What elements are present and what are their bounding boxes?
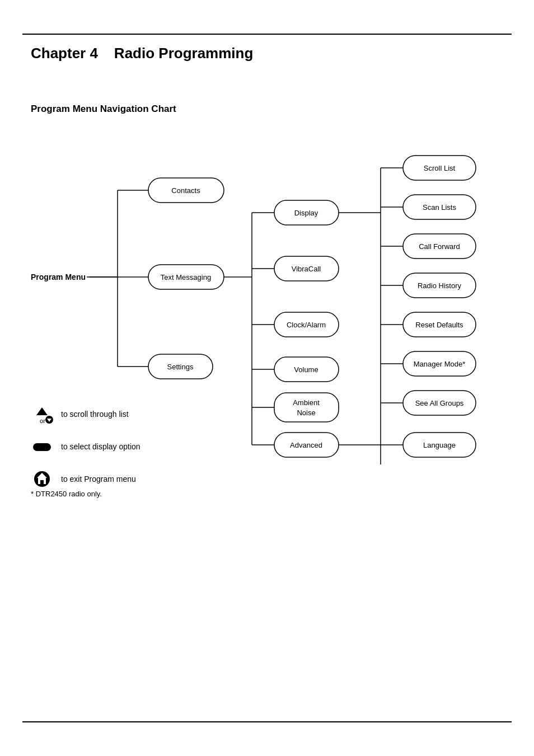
svg-text:Language: Language <box>423 441 456 449</box>
svg-rect-65 <box>33 443 51 451</box>
svg-marker-61 <box>36 407 48 415</box>
svg-text:Radio History: Radio History <box>418 281 462 290</box>
svg-text:Text Messaging: Text Messaging <box>161 273 211 281</box>
footnote: * DTR2450 radio only. <box>31 490 102 498</box>
svg-text:Scroll List: Scroll List <box>424 164 456 172</box>
chapter-title: Chapter 4 Radio Programming <box>31 45 253 62</box>
svg-text:Reset Defaults: Reset Defaults <box>415 321 463 329</box>
svg-text:Advanced: Advanced <box>290 441 322 449</box>
svg-text:Noise: Noise <box>297 408 315 417</box>
svg-text:VibraCall: VibraCall <box>292 265 321 273</box>
svg-rect-38 <box>274 393 339 422</box>
legend-scroll: or to scroll through list <box>31 403 243 425</box>
svg-text:Manager Mode*: Manager Mode* <box>414 360 466 368</box>
svg-text:Program Menu: Program Menu <box>31 273 86 281</box>
svg-rect-68 <box>40 480 44 484</box>
bottom-rule <box>22 721 512 722</box>
chapter-number: 4 <box>90 45 97 62</box>
svg-text:or: or <box>40 417 45 424</box>
svg-text:Clock/Alarm: Clock/Alarm <box>287 321 326 329</box>
section-title: Program Menu Navigation Chart <box>31 104 176 115</box>
scroll-label: to scroll through list <box>61 410 129 419</box>
top-rule <box>22 34 512 35</box>
svg-text:Call Forward: Call Forward <box>419 242 460 251</box>
select-icon <box>31 435 53 458</box>
svg-text:Settings: Settings <box>167 363 194 371</box>
chapter-title-text: Radio Programming <box>114 45 253 62</box>
select-label: to select display option <box>61 442 140 451</box>
chapter-label: Chapter <box>31 45 86 62</box>
legend-exit: to exit Program menu <box>31 468 243 490</box>
svg-text:Volume: Volume <box>294 365 318 374</box>
svg-text:Contacts: Contacts <box>171 186 200 195</box>
legend-area: or to scroll through list to select disp… <box>31 403 243 500</box>
legend-select: to select display option <box>31 435 243 458</box>
exit-icon <box>31 468 53 490</box>
svg-text:Scan Lists: Scan Lists <box>423 203 456 212</box>
svg-text:See All Groups: See All Groups <box>415 399 464 407</box>
svg-text:Display: Display <box>294 209 318 217</box>
exit-label: to exit Program menu <box>61 475 136 483</box>
scroll-icon: or <box>31 403 53 425</box>
svg-text:Ambient: Ambient <box>293 398 320 407</box>
